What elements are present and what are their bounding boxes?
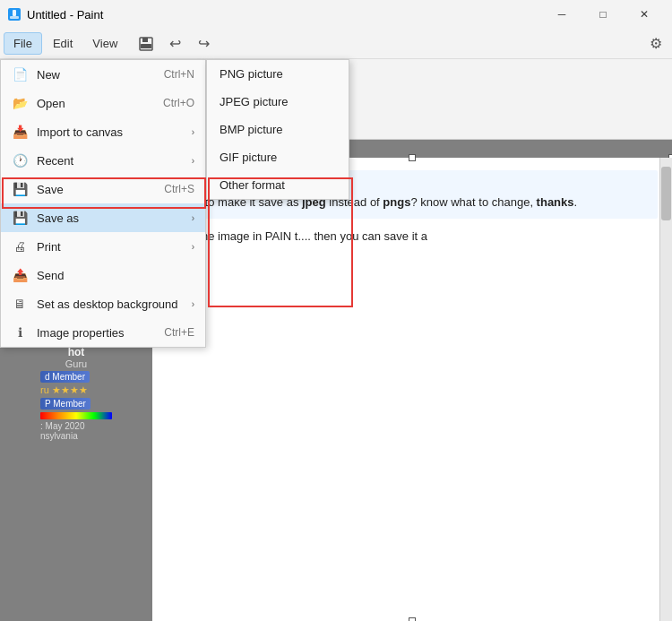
open-icon: 📂 [12,95,28,111]
open-label: Open [37,97,154,110]
redo-button[interactable]: ↪ [191,31,216,56]
scrollbar[interactable] [659,158,672,621]
maximize-button[interactable]: □ [582,0,624,29]
desktop-label: Set as desktop background [37,298,183,311]
import-arrow: › [192,127,194,137]
properties-label: Image properties [37,326,155,340]
settings-button[interactable]: ⚙ [643,31,668,56]
close-button[interactable]: ✕ [624,0,665,29]
print-icon: 🖨 [12,238,28,254]
file-menu-item-open[interactable]: 📂OpenCtrl+O [1,89,205,117]
import-label: Import to canvas [37,125,183,139]
send-icon: 📤 [12,267,28,283]
menu-file[interactable]: File [4,32,42,55]
forum-location: nsylvania [40,431,112,441]
saveas-icon: 💾 [12,210,28,226]
file-menu-item-save[interactable]: 💾SaveCtrl+S [1,175,205,203]
scroll-thumb[interactable] [661,167,671,220]
file-menu: 📄NewCtrl+N📂OpenCtrl+O📥Import to canvas›🕐… [0,59,206,348]
saveas-arrow: › [192,213,194,223]
file-menu-item-new[interactable]: 📄NewCtrl+N [1,60,205,89]
forum-role: Guru [40,358,112,369]
desktop-arrow: › [192,299,194,309]
menu-bar: File Edit View ↩ ↪ ⚙ [0,29,672,59]
import-icon: 📥 [12,124,28,140]
app-icon [7,7,22,22]
file-menu-item-send[interactable]: 📤Send [1,261,205,289]
properties-icon: ℹ [12,324,28,341]
recent-icon: 🕐 [12,152,28,168]
saveas-label: Save as [37,211,183,225]
save-button[interactable] [135,33,157,55]
minimize-button[interactable]: ─ [541,0,582,29]
forum-progress-bar [40,412,112,419]
svg-rect-5 [141,44,151,48]
svg-rect-1 [10,16,19,19]
svg-rect-2 [13,10,16,16]
title-bar-left: Untitled - Paint [7,7,103,22]
file-menu-item-print[interactable]: 🖨Print› [1,232,205,261]
forum-join-date: : May 2020 [40,421,112,431]
file-menu-item-desktop[interactable]: 🖥Set as desktop background› [1,289,205,318]
resize-handle-bottom[interactable] [409,617,416,621]
canvas-content: vgchat said: ↪ How to make it save as jp… [152,158,672,621]
new-label: New [37,68,155,82]
app-title: Untitled - Paint [27,8,103,22]
saveas-item-bmp[interactable]: BMP picture [207,116,349,143]
title-bar-controls: ─ □ ✕ [541,0,665,29]
saveas-item-png[interactable]: PNG picture [207,60,349,88]
print-arrow: › [192,242,194,252]
desktop-icon: 🖥 [12,296,28,312]
save-icon: 💾 [12,181,28,197]
saveas-submenu: PNG pictureJPEG pictureBMP pictureGIF pi… [206,59,349,200]
saveas-item-gif[interactable]: GIF picture [207,143,349,171]
forum-reply-text: Open the image in PAIN t.... then you ca… [167,228,658,246]
save-shortcut: Ctrl+S [164,183,194,195]
print-label: Print [37,240,183,254]
file-menu-item-properties[interactable]: ℹImage propertiesCtrl+E [1,318,205,347]
saveas-item-other[interactable]: Other format [207,171,349,199]
undo-button[interactable]: ↩ [162,31,187,56]
svg-rect-4 [142,38,148,42]
forum-stars: ru ★★★★ [40,384,112,396]
recent-label: Recent [37,154,183,168]
resize-handle-top[interactable] [409,154,416,161]
file-menu-item-recent[interactable]: 🕐Recent› [1,146,205,175]
file-menu-item-saveas[interactable]: 💾Save as› [1,203,205,232]
send-label: Send [37,269,194,282]
forum-badge-2: P Member [40,398,90,410]
save-icon [138,36,154,52]
menu-view[interactable]: View [83,33,126,54]
forum-username: hot [40,346,112,358]
save-label: Save [37,183,155,196]
saveas-item-jpeg[interactable]: JPEG picture [207,88,349,116]
forum-badge-1: d Member [40,371,90,383]
new-icon: 📄 [12,66,28,82]
properties-shortcut: Ctrl+E [164,326,194,339]
open-shortcut: Ctrl+O [163,97,194,109]
new-shortcut: Ctrl+N [164,68,194,81]
recent-arrow: › [192,156,194,166]
file-menu-item-import[interactable]: 📥Import to canvas› [1,117,205,146]
menu-edit[interactable]: Edit [44,33,82,54]
title-bar: Untitled - Paint ─ □ ✕ [0,0,672,29]
